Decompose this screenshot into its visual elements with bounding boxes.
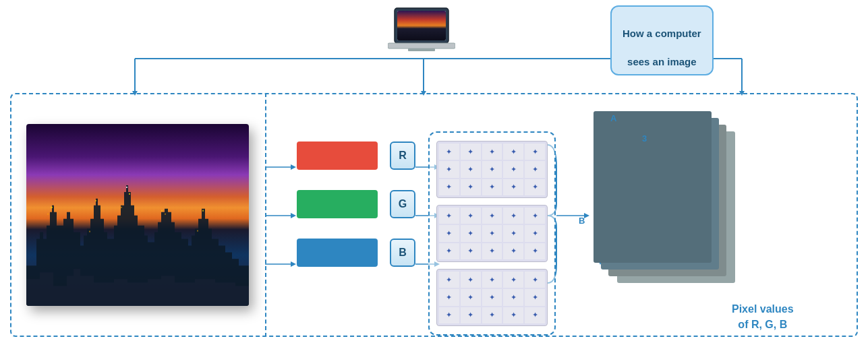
svg-rect-34 — [408, 49, 435, 51]
a-dimension-label: A — [610, 113, 616, 123]
svg-rect-43 — [121, 207, 122, 208]
svg-rect-33 — [388, 43, 455, 49]
pixel-grid-g: ✦ ✦ ✦ ✦ ✦ ✦ ✦ ✦ ✦ ✦ ✦ ✦ ✦ ✦ ✦ — [436, 205, 548, 262]
svg-rect-40 — [202, 210, 204, 212]
r-channel-label: R — [390, 141, 415, 170]
main-container: How a computer sees an image — [0, 0, 868, 347]
svg-rect-32 — [397, 11, 446, 40]
red-color-bar — [297, 141, 378, 170]
title-line2: sees an image — [627, 56, 697, 67]
channel-labels: R G B — [390, 141, 415, 267]
laptop-icon — [388, 7, 455, 55]
svg-rect-42 — [89, 231, 90, 232]
g-channel-label: G — [390, 190, 415, 218]
title-bubble: How a computer sees an image — [610, 5, 714, 75]
title-line1: How a computer — [623, 28, 701, 39]
pixel-grid-b: ✦ ✦ ✦ ✦ ✦ ✦ ✦ ✦ ✦ ✦ ✦ ✦ ✦ ✦ ✦ — [436, 269, 548, 326]
svg-rect-35 — [51, 207, 53, 208]
pixel-grid-r: ✦ ✦ ✦ ✦ ✦ ✦ ✦ ✦ ✦ ✦ ✦ ✦ ✦ ✦ ✦ — [436, 141, 548, 198]
svg-rect-41 — [47, 214, 49, 215]
pixel-grids-container: ✦ ✦ ✦ ✦ ✦ ✦ ✦ ✦ ✦ ✦ ✦ ✦ ✦ ✦ ✦ ✦ ✦ ✦ ✦ ✦ … — [428, 131, 556, 336]
b-channel-label: B — [390, 239, 415, 267]
color-bars-section — [297, 141, 378, 267]
green-color-bar — [297, 190, 378, 218]
svg-rect-36 — [95, 200, 96, 201]
blue-color-bar — [297, 239, 378, 267]
pixel-values-label: Pixel values of R, G, B — [732, 302, 794, 332]
svg-rect-38 — [129, 193, 130, 195]
svg-rect-44 — [165, 214, 166, 215]
photo-section — [10, 93, 266, 337]
city-photo — [26, 124, 249, 306]
laptop-area — [388, 7, 455, 55]
svg-rect-39 — [161, 210, 163, 212]
svg-rect-37 — [126, 187, 127, 188]
b-dimension-label: B — [579, 216, 585, 226]
matrix-layer-front — [594, 111, 712, 263]
three-dimension-label: 3 — [642, 133, 647, 144]
svg-rect-45 — [197, 230, 198, 232]
